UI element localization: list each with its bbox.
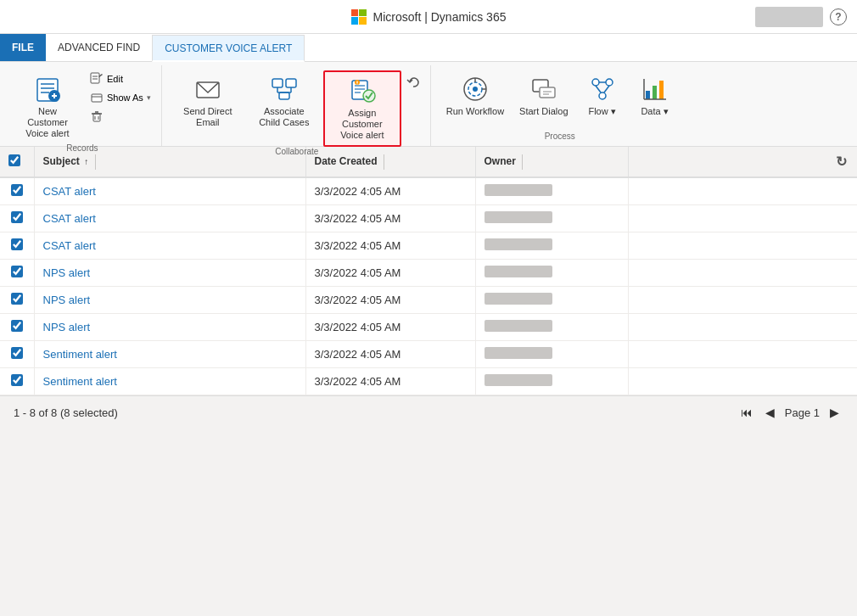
undo-icon (406, 76, 420, 89)
ribbon-group-collaborate-items: Send Direct Email (171, 67, 423, 147)
edit-icon (90, 72, 104, 86)
run-workflow-icon (460, 74, 490, 104)
undo-col (403, 70, 423, 91)
help-button[interactable]: ? (830, 8, 847, 25)
delete-icon (90, 109, 104, 123)
run-workflow-button[interactable]: Run Workflow (440, 70, 511, 120)
subject-cell: CSAT alert (34, 205, 305, 232)
new-customer-voice-alert-icon (32, 74, 63, 104)
data-label: Data ▾ (641, 106, 668, 117)
page-label: Page 1 (785, 406, 820, 419)
svg-rect-39 (540, 87, 555, 98)
brand-center: Microsoft | Dynamics 365 (351, 9, 507, 25)
owner-cell (475, 368, 628, 395)
new-alert-svg (34, 76, 61, 103)
empty-cell (628, 260, 857, 287)
table-row: NPS alert3/3/2022 4:05 AM (0, 287, 857, 314)
row-checkbox-cell[interactable] (0, 260, 34, 287)
owner-placeholder (485, 320, 552, 332)
owner-column-header[interactable]: Owner (475, 147, 628, 177)
send-direct-email-button[interactable]: Send Direct Email (171, 70, 245, 132)
select-all-checkbox[interactable] (8, 154, 20, 166)
svg-rect-49 (653, 86, 657, 99)
row-checkbox[interactable] (11, 320, 23, 332)
prev-page-button[interactable]: ◀ (761, 403, 780, 422)
empty-cell (628, 287, 857, 314)
undo-button[interactable] (403, 74, 423, 91)
svg-point-43 (606, 79, 613, 86)
owner-header-label: Owner (485, 155, 516, 167)
svg-rect-10 (92, 94, 102, 102)
start-dialog-button[interactable]: Start Dialog (513, 70, 574, 120)
owner-placeholder (485, 347, 552, 359)
edit-button[interactable]: Edit (87, 70, 154, 87)
new-customer-voice-alert-button[interactable]: New Customer Voice alert (10, 70, 85, 143)
footer: 1 - 8 of 8 (8 selected) ⏮ ◀ Page 1 ▶ (0, 395, 857, 428)
subject-link[interactable]: CSAT alert (43, 239, 96, 252)
date-created-cell: 3/3/2022 4:05 AM (305, 260, 475, 287)
subject-cell: CSAT alert (34, 177, 305, 205)
subject-cell: NPS alert (34, 260, 305, 287)
subject-cell: NPS alert (34, 314, 305, 341)
assign-customer-voice-alert-button[interactable]: Assign Customer Voice alert (323, 70, 401, 147)
tab-advanced-find[interactable]: ADVANCED FIND (46, 34, 152, 61)
row-checkbox[interactable] (11, 238, 23, 250)
subject-link[interactable]: CSAT alert (43, 185, 96, 198)
tab-file[interactable]: FILE (0, 34, 46, 61)
owner-cell (475, 232, 628, 260)
flow-button[interactable]: Flow ▾ (577, 70, 628, 120)
row-checkbox[interactable] (11, 293, 23, 305)
assign-customer-voice-alert-icon (347, 76, 378, 106)
row-checkbox[interactable] (11, 374, 23, 386)
first-page-button[interactable]: ⏮ (737, 403, 756, 422)
row-checkbox-cell[interactable] (0, 205, 34, 232)
subject-link[interactable]: Sentiment alert (43, 375, 117, 388)
owner-cell (475, 314, 628, 341)
user-avatar[interactable] (755, 7, 823, 27)
subject-link[interactable]: NPS alert (43, 321, 91, 333)
associate-child-cases-icon (269, 74, 300, 104)
row-checkbox-cell[interactable] (0, 287, 34, 314)
owner-placeholder (485, 211, 552, 223)
owner-placeholder (485, 184, 552, 196)
subject-link[interactable]: NPS alert (43, 294, 91, 306)
row-checkbox-cell[interactable] (0, 177, 34, 205)
data-button[interactable]: Data ▾ (630, 70, 681, 120)
brand-text: Microsoft | Dynamics 365 (373, 10, 507, 24)
ribbon-tab-bar: FILE ADVANCED FIND CUSTOMER VOICE ALERT (0, 34, 857, 61)
row-checkbox[interactable] (11, 266, 23, 277)
row-checkbox[interactable] (11, 184, 23, 196)
table-row: CSAT alert3/3/2022 4:05 AM (0, 177, 857, 205)
subject-cell: Sentiment alert (34, 368, 305, 395)
table-body: CSAT alert3/3/2022 4:05 AMCSAT alert3/3/… (0, 177, 857, 395)
next-page-button[interactable]: ▶ (825, 403, 843, 422)
row-checkbox-cell[interactable] (0, 314, 34, 341)
microsoft-logo-icon (351, 9, 367, 25)
assign-customer-voice-alert-label: Assign Customer Voice alert (332, 108, 393, 142)
row-checkbox[interactable] (11, 211, 23, 223)
ribbon-group-collaborate: Send Direct Email (164, 65, 431, 146)
row-checkbox-cell[interactable] (0, 368, 34, 395)
row-checkbox[interactable] (11, 347, 23, 359)
subject-link[interactable]: Sentiment alert (43, 348, 117, 361)
subject-link[interactable]: NPS alert (43, 266, 91, 279)
refresh-icon[interactable]: ↻ (836, 154, 847, 169)
subject-cell: Sentiment alert (34, 341, 305, 368)
table-row: NPS alert3/3/2022 4:05 AM (0, 314, 857, 341)
show-as-button[interactable]: Show As ▾ (87, 89, 154, 106)
start-dialog-label: Start Dialog (519, 106, 568, 117)
show-as-dropdown-arrow: ▾ (147, 93, 151, 102)
row-checkbox-cell[interactable] (0, 232, 34, 260)
tab-customer-voice-alert[interactable]: CUSTOMER VOICE ALERT (152, 35, 305, 62)
empty-cell (628, 341, 857, 368)
owner-placeholder (485, 293, 552, 305)
top-bar-right: ? (755, 7, 847, 27)
start-dialog-icon (529, 74, 559, 104)
svg-line-47 (604, 86, 609, 92)
row-checkbox-cell[interactable] (0, 341, 34, 368)
delete-button[interactable] (87, 108, 154, 125)
flow-icon (587, 74, 618, 104)
associate-child-cases-button[interactable]: Associate Child Cases (247, 70, 322, 132)
pagination: ⏮ ◀ Page 1 ▶ (737, 403, 843, 422)
subject-link[interactable]: CSAT alert (43, 212, 96, 225)
